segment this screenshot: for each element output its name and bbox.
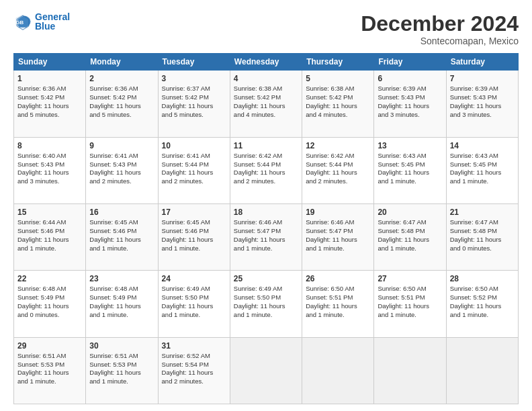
cell-line: Daylight: 11 hours: [234, 169, 298, 177]
calendar-cell: 23Sunrise: 6:48 AMSunset: 5:49 PMDayligh…: [86, 271, 158, 337]
cell-line: Sunrise: 6:51 AM: [89, 352, 154, 361]
cell-line: and 5 minutes.: [162, 111, 226, 120]
day-number: 19: [306, 207, 370, 218]
calendar-cell: 22Sunrise: 6:48 AMSunset: 5:49 PMDayligh…: [14, 271, 86, 337]
cell-line: Sunset: 5:53 PM: [89, 361, 154, 369]
cell-line: Daylight: 11 hours: [17, 169, 82, 177]
day-number: 6: [378, 73, 442, 84]
cell-line: Sunrise: 6:39 AM: [378, 85, 442, 93]
cell-line: Daylight: 11 hours: [450, 236, 515, 244]
day-number: 12: [306, 140, 370, 151]
cell-line: and 5 minutes.: [17, 111, 82, 120]
cell-line: Sunset: 5:50 PM: [162, 293, 226, 302]
cell-line: Sunrise: 6:43 AM: [378, 152, 442, 161]
calendar-cell: 20Sunrise: 6:47 AMSunset: 5:48 PMDayligh…: [374, 203, 446, 270]
cell-line: and 1 minute.: [450, 177, 515, 186]
cell-line: Sunset: 5:42 PM: [17, 93, 82, 102]
cell-line: Sunrise: 6:37 AM: [162, 85, 226, 93]
cell-line: Daylight: 11 hours: [450, 302, 515, 311]
cell-line: Sunset: 5:45 PM: [450, 161, 515, 169]
cell-line: Sunset: 5:45 PM: [378, 161, 442, 169]
day-number: 20: [378, 207, 442, 218]
cell-line: and 1 minute.: [17, 244, 82, 253]
cell-line: Sunset: 5:48 PM: [450, 227, 515, 236]
cell-line: and 1 minute.: [17, 377, 82, 386]
day-number: 30: [89, 340, 154, 351]
cell-line: Sunset: 5:53 PM: [17, 361, 82, 369]
calendar-cell: 27Sunrise: 6:50 AMSunset: 5:51 PMDayligh…: [374, 271, 446, 337]
cell-line: Daylight: 11 hours: [89, 302, 154, 311]
cell-line: Sunrise: 6:42 AM: [306, 152, 370, 161]
day-number: 22: [17, 273, 82, 284]
cell-line: Daylight: 11 hours: [162, 369, 226, 377]
cell-line: and 1 minute.: [89, 244, 154, 253]
cell-line: Sunrise: 6:51 AM: [17, 352, 82, 361]
calendar-cell: 28Sunrise: 6:50 AMSunset: 5:52 PMDayligh…: [446, 271, 518, 337]
cell-line: Sunset: 5:42 PM: [89, 93, 154, 102]
cell-line: and 1 minute.: [450, 311, 515, 320]
cell-line: and 1 minute.: [306, 311, 370, 320]
day-number: 29: [17, 340, 82, 351]
cell-line: and 1 minute.: [378, 177, 442, 186]
day-number: 18: [234, 207, 298, 218]
cell-line: and 1 minute.: [89, 311, 154, 320]
day-number: 1: [17, 73, 82, 84]
cell-line: Daylight: 11 hours: [234, 236, 298, 244]
cell-line: Daylight: 11 hours: [17, 102, 82, 111]
cell-line: Daylight: 11 hours: [89, 236, 154, 244]
day-number: 13: [378, 140, 442, 151]
cell-line: Sunrise: 6:38 AM: [234, 85, 298, 93]
day-header-tuesday: Tuesday: [158, 54, 230, 71]
day-header-friday: Friday: [374, 54, 446, 71]
week-row-1: 1Sunrise: 6:36 AMSunset: 5:42 PMDaylight…: [14, 71, 519, 137]
calendar-cell: 6Sunrise: 6:39 AMSunset: 5:43 PMDaylight…: [374, 71, 446, 137]
cell-line: Sunrise: 6:50 AM: [378, 285, 442, 293]
cell-line: and 0 minutes.: [17, 311, 82, 320]
cell-line: Daylight: 11 hours: [306, 102, 370, 111]
subtitle: Sontecomapan, Mexico: [361, 36, 519, 46]
cell-line: Daylight: 11 hours: [89, 102, 154, 111]
cell-line: Sunset: 5:44 PM: [162, 161, 226, 169]
cell-line: Daylight: 11 hours: [450, 169, 515, 177]
cell-line: Sunrise: 6:50 AM: [306, 285, 370, 293]
cell-line: and 5 minutes.: [89, 111, 154, 120]
cell-line: and 1 minute.: [89, 377, 154, 386]
calendar-cell: 10Sunrise: 6:41 AMSunset: 5:44 PMDayligh…: [158, 137, 230, 203]
calendar-cell: 11Sunrise: 6:42 AMSunset: 5:44 PMDayligh…: [230, 137, 302, 203]
cell-line: Sunset: 5:43 PM: [450, 93, 515, 102]
cell-line: Daylight: 11 hours: [234, 302, 298, 311]
cell-line: Sunrise: 6:46 AM: [234, 218, 298, 227]
cell-line: Sunset: 5:50 PM: [234, 293, 298, 302]
cell-line: Sunrise: 6:36 AM: [17, 85, 82, 93]
cell-line: Daylight: 11 hours: [89, 369, 154, 377]
day-header-sunday: Sunday: [14, 54, 86, 71]
cell-line: Sunset: 5:49 PM: [17, 293, 82, 302]
cell-line: Daylight: 11 hours: [17, 369, 82, 377]
day-header-monday: Monday: [86, 54, 158, 71]
day-number: 5: [306, 73, 370, 84]
cell-line: Daylight: 11 hours: [306, 169, 370, 177]
cell-line: Sunrise: 6:48 AM: [17, 285, 82, 293]
day-number: 9: [89, 140, 154, 151]
calendar-table: SundayMondayTuesdayWednesdayThursdayFrid…: [13, 53, 519, 404]
cell-line: Sunrise: 6:44 AM: [17, 218, 82, 227]
cell-line: and 1 minute.: [234, 244, 298, 253]
cell-line: Sunrise: 6:41 AM: [162, 152, 226, 161]
calendar-cell: [230, 337, 302, 404]
cell-line: Daylight: 11 hours: [378, 102, 442, 111]
cell-line: Daylight: 11 hours: [162, 102, 226, 111]
cell-line: Sunrise: 6:42 AM: [234, 152, 298, 161]
calendar-cell: 29Sunrise: 6:51 AMSunset: 5:53 PMDayligh…: [14, 337, 86, 404]
cell-line: Daylight: 11 hours: [17, 302, 82, 311]
cell-line: and 2 minutes.: [162, 377, 226, 386]
calendar-cell: [302, 337, 374, 404]
day-header-wednesday: Wednesday: [230, 54, 302, 71]
cell-line: Sunset: 5:46 PM: [162, 227, 226, 236]
cell-line: and 1 minute.: [378, 244, 442, 253]
cell-line: Daylight: 11 hours: [162, 236, 226, 244]
cell-line: Sunset: 5:43 PM: [89, 161, 154, 169]
header: GB General Blue December 2024 Sontecomap…: [13, 12, 519, 46]
calendar-cell: [446, 337, 518, 404]
day-number: 25: [234, 273, 298, 284]
calendar-cell: 9Sunrise: 6:41 AMSunset: 5:43 PMDaylight…: [86, 137, 158, 203]
